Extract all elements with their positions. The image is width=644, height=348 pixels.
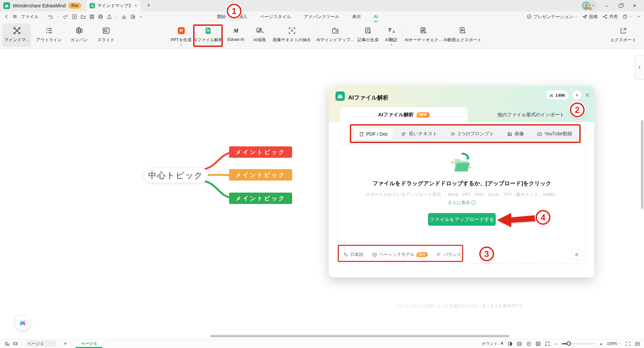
- article-generate-button[interactable]: Ai 記事の生成: [356, 23, 380, 47]
- presentation-button[interactable]: プレゼンテーション: [527, 14, 578, 20]
- minimize-button[interactable]: [602, 3, 611, 9]
- divider: [107, 341, 107, 346]
- zoom-slider-knob[interactable]: [567, 341, 571, 346]
- view-slide-button[interactable]: スライド: [94, 23, 118, 47]
- document-tab[interactable]: マインドマップ2 ×: [86, 0, 141, 11]
- menu-bar: ファイル 開始 挿入 ページスタイル アドバンスツール 表示 AI プレゼンテー…: [0, 11, 644, 22]
- zoom-level[interactable]: 100%: [607, 341, 621, 346]
- ai-file-analysis-button[interactable]: AIファイル解析: [194, 23, 222, 47]
- maximize-button[interactable]: [616, 3, 625, 9]
- export-icon[interactable]: [107, 14, 112, 19]
- board-view-icon[interactable]: [13, 341, 18, 346]
- tab-close-icon[interactable]: ×: [135, 3, 137, 8]
- settings-button[interactable]: [571, 249, 582, 260]
- add-tokens-button[interactable]: +: [572, 90, 582, 100]
- more-icon[interactable]: [139, 15, 143, 18]
- menu-item-start[interactable]: 開始: [216, 13, 226, 20]
- ai-video-export-button[interactable]: Ai AI動画エクスポート: [444, 23, 481, 47]
- language-option[interactable]: 日本語: [343, 252, 363, 258]
- source-tab-image[interactable]: 画像: [502, 128, 529, 140]
- export-dropdown-icon[interactable]: [115, 15, 118, 18]
- new-file-icon[interactable]: [72, 14, 77, 19]
- collapse-ribbon-icon[interactable]: [637, 15, 641, 19]
- page-tab[interactable]: ページ-1: [74, 339, 104, 348]
- token-count: 149k: [555, 93, 565, 98]
- dialog-close-icon[interactable]: ✕: [585, 92, 590, 99]
- upload-file-button[interactable]: ファイルをアップロードする: [428, 213, 496, 226]
- menu-item-insert[interactable]: 挿入: [238, 13, 248, 20]
- theme-contrast-icon[interactable]: [507, 341, 513, 346]
- central-topic-node[interactable]: 中心トピック: [144, 167, 208, 183]
- ai-audio-export-button[interactable]: Ai AIオーディオエク...: [405, 23, 442, 47]
- export-button[interactable]: エクスポート: [608, 23, 639, 47]
- add-page-button[interactable]: +: [64, 340, 67, 347]
- ai-mindmap-icon: Ai: [331, 26, 339, 35]
- expand-icon[interactable]: [545, 341, 550, 346]
- main-topic-node-orange[interactable]: メイントピック: [229, 169, 292, 181]
- source-tab-one-prompt[interactable]: 1つのプロンプト: [446, 128, 499, 140]
- presentation-play-icon[interactable]: [526, 341, 531, 346]
- share-button[interactable]: 共有: [602, 14, 618, 20]
- show-more-link[interactable]: さらに表示 ?: [338, 200, 586, 206]
- view-outline-button[interactable]: アウトライン: [34, 23, 64, 47]
- image-text-extract-button[interactable]: A 画像テキストの抽出: [272, 23, 312, 47]
- source-type-tabs: PDF / Doc 長いテキスト 1つのプロンプト 画像 YouTube動画: [352, 127, 579, 141]
- main-topic-node-red[interactable]: メイントピック: [229, 146, 292, 158]
- edrawmind-logo-icon: [335, 91, 345, 101]
- menu-item-pagestyle[interactable]: ページスタイル: [259, 13, 292, 20]
- horizontal-scrollbar[interactable]: [210, 335, 509, 337]
- upload-dropzone[interactable]: ファイルをドラッグアンドドロップするか、[アップロード]をクリック サポートされ…: [337, 145, 586, 264]
- post-button[interactable]: 投稿: [582, 14, 598, 20]
- token-balance[interactable]: 149k: [546, 90, 569, 100]
- menu-item-advanced[interactable]: アドバンスツール: [303, 13, 340, 20]
- ai-mindmap-button[interactable]: Ai AIマインドマップ...: [316, 23, 354, 47]
- close-button[interactable]: ×: [630, 2, 639, 9]
- save-as-icon[interactable]: [130, 14, 136, 19]
- fullscreen-icon[interactable]: [626, 341, 631, 346]
- redo-icon[interactable]: [63, 14, 68, 19]
- fit-width-icon[interactable]: [635, 341, 640, 346]
- source-tab-youtube[interactable]: YouTube動画: [532, 128, 577, 140]
- vertical-scrollbar[interactable]: [641, 120, 643, 209]
- outline-panel-icon[interactable]: [4, 341, 9, 346]
- page-spread-icon[interactable]: [517, 341, 522, 346]
- paper-plane-icon: [582, 14, 587, 19]
- open-folder-icon[interactable]: [80, 14, 86, 19]
- ppt-generate-button[interactable]: P PPTを生成 ▾: [170, 23, 192, 47]
- zoom-out-button[interactable]: −: [554, 341, 557, 347]
- chevron-down-icon: [629, 15, 632, 18]
- menu-item-view[interactable]: 表示: [352, 13, 362, 20]
- source-tab-long-text[interactable]: 長いテキスト: [396, 128, 442, 140]
- undo-dropdown-icon[interactable]: [57, 15, 59, 18]
- balance-option[interactable]: バランス: [436, 252, 461, 258]
- tab-ai-file-analysis[interactable]: AIファイル解析 NEW: [340, 107, 468, 122]
- print-icon[interactable]: [98, 14, 103, 19]
- save-icon[interactable]: [89, 14, 95, 19]
- svg-text:Ai: Ai: [424, 31, 427, 34]
- folder-upload-icon: [449, 152, 475, 175]
- account-menu[interactable]: [581, 1, 597, 11]
- page-select-dropdown[interactable]: ページ-1: [25, 340, 57, 347]
- fit-window-icon[interactable]: [536, 341, 541, 346]
- source-tab-pdf-doc[interactable]: PDF / Doc: [354, 128, 393, 140]
- import-icon[interactable]: [121, 14, 127, 19]
- ai-draw-button[interactable]: Ai AI描画: [250, 23, 270, 47]
- undo-icon[interactable]: [48, 14, 53, 19]
- zoom-slider[interactable]: [562, 343, 595, 344]
- zoom-in-button[interactable]: +: [600, 341, 603, 347]
- collapsed-panel-tab[interactable]: [635, 55, 644, 79]
- ai-assistant-fab[interactable]: [15, 315, 30, 330]
- edraw-ai-button[interactable]: M Edraw AI: [224, 23, 248, 47]
- file-menu[interactable]: ファイル: [21, 14, 39, 20]
- view-mindmap-button[interactable]: マインドマ...: [3, 23, 31, 47]
- ai-translate-button[interactable]: A AI翻訳 ▾: [382, 23, 400, 47]
- tab-other-file-import[interactable]: 他のファイル形式のインポート: [468, 107, 594, 122]
- hamburger-icon[interactable]: [12, 14, 17, 19]
- view-kanban-button[interactable]: カンバン: [67, 23, 91, 47]
- back-icon[interactable]: [4, 14, 9, 19]
- new-tab-icon[interactable]: +: [145, 2, 152, 9]
- menu-item-ai[interactable]: AI: [373, 13, 379, 20]
- help-button[interactable]: [623, 14, 632, 19]
- model-option[interactable]: ベーシックモデル NEW: [372, 252, 428, 258]
- main-topic-node-green[interactable]: メイントピック: [229, 193, 292, 204]
